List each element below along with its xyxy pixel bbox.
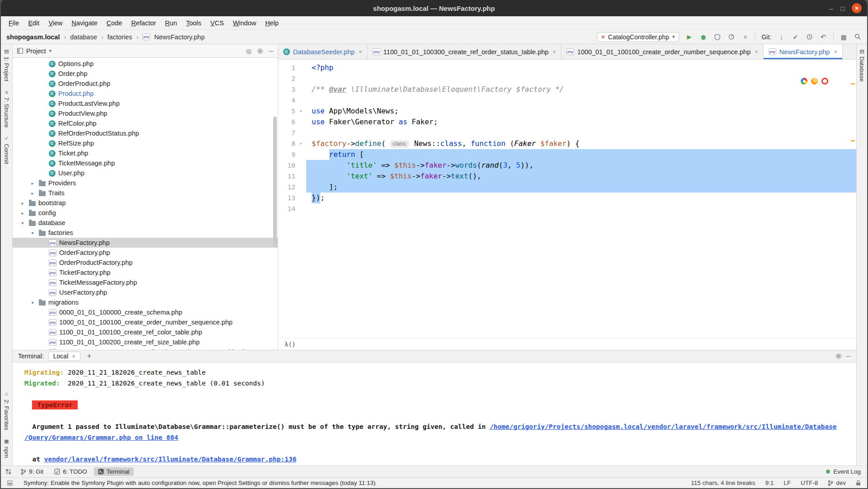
menu-vcs[interactable]: VCS [206,18,228,28]
tree-item[interactable]: COrder.php [13,69,278,79]
tree-item[interactable]: CTicketMessage.php [13,158,278,168]
tree-item[interactable]: CTicket.php [13,148,278,158]
line-number[interactable]: 4 [278,95,295,106]
tree-item[interactable]: ▾factories [13,228,278,238]
close-tab-icon[interactable]: × [553,48,556,55]
menu-file[interactable]: File [5,18,23,28]
tree-item[interactable]: ▾migrations [13,297,278,307]
breadcrumb-item[interactable]: factories [107,33,132,41]
git-branch-widget[interactable]: dev [828,480,846,486]
editor-tab[interactable]: CDatabaseSeeder.php× [278,44,368,59]
stop-button[interactable]: ■ [741,33,749,41]
chrome-icon[interactable] [801,78,807,85]
line-number[interactable]: 10 [278,160,295,171]
line-number[interactable]: 6 [278,117,295,127]
line-number[interactable]: 13 [278,193,295,203]
revert-button[interactable]: ↶ [819,33,827,41]
tree-item[interactable]: php1100_01_01_100100_create_ref_color_ta… [13,327,278,337]
tree-item[interactable]: php1100_01_01_100200_create_ref_size_tab… [13,337,278,347]
tool-window-switcher-icon[interactable] [5,469,11,475]
search-button[interactable] [854,33,862,41]
tool-stripe-button-database[interactable]: ▤Database [859,44,865,86]
line-number[interactable]: 1 [278,62,295,73]
grid-button[interactable]: ▦ [840,33,848,41]
profiler-button[interactable] [727,33,735,41]
new-terminal-button[interactable]: + [85,352,93,360]
line-number[interactable]: 8 [278,138,295,149]
code-line[interactable]: 2 [278,73,856,84]
close-tab-icon[interactable]: × [359,48,362,55]
terminal-output[interactable]: Migrating: 2020_11_21_182026_create_news… [13,362,856,465]
tree-item[interactable]: CProductLastView.php [13,99,278,108]
line-number[interactable]: 7 [278,127,295,138]
line-number[interactable]: 9 [278,149,295,160]
warning-stripe-mark[interactable] [851,140,855,141]
lock-icon[interactable] [856,480,861,486]
tree-item[interactable]: phpNewsFactory.php [13,238,278,248]
line-number[interactable]: 5 [278,106,295,117]
tree-expand-icon[interactable]: ▾ [29,300,36,305]
code-line[interactable]: 5▾use App\Models\News; [278,106,856,117]
breadcrumb-item[interactable]: NewsFactory.php [154,33,205,41]
encoding[interactable]: UTF-8 [801,480,818,486]
close-tab-icon[interactable]: × [755,48,758,55]
line-number[interactable]: 2 [278,73,295,84]
tree-expand-icon[interactable]: ▾ [19,221,26,226]
tree-item[interactable]: COrderProduct.php [13,79,278,89]
code-line[interactable]: 6use Faker\Generator as Faker; [278,117,856,127]
breadcrumb-lambda[interactable]: λ() [285,341,295,348]
run-button[interactable]: ▶ [685,33,693,41]
tree-item[interactable]: phpTicketMessageFactory.php [13,277,278,287]
caret-position[interactable]: 9:1 [765,480,774,486]
code-line[interactable]: 11 'text' => $this->faker->text(), [278,171,856,182]
tree-item[interactable]: php1100_01_01_100300_create_ref_order_pr… [13,347,278,350]
close-tab-icon[interactable]: × [834,48,837,55]
line-number[interactable]: 12 [278,182,295,193]
tree-item[interactable]: phpUserFactory.php [13,287,278,297]
code-line[interactable]: 7 [278,127,856,138]
menu-navigate[interactable]: Navigate [68,18,102,28]
tree-item[interactable]: ▾database [13,218,278,228]
menu-refactor[interactable]: Refactor [127,18,160,28]
tree-collapse-icon[interactable]: ▸ [29,191,36,196]
tree-item[interactable]: php1000_01_01_100100_create_order_number… [13,317,278,327]
debug-button[interactable] [699,33,707,41]
fold-marker-icon[interactable]: ▾ [295,138,306,149]
editor-tab[interactable]: php1100_01_01_100300_create_ref_order_st… [368,44,561,59]
tree-item[interactable]: CRefColor.php [13,118,278,128]
tree-item[interactable]: phpOrderProductFactory.php [13,258,278,268]
terminal-hide-button[interactable]: ─ [846,353,851,360]
opera-icon[interactable] [821,78,828,85]
terminal-tab-local[interactable]: Local × [48,352,80,361]
editor-tab[interactable]: php1000_01_01_100100_create_order_number… [561,44,763,59]
tree-item[interactable]: php0000_01_01_100000_create_schema.php [13,307,278,317]
tree-collapse-icon[interactable]: ▸ [19,211,26,216]
tree-collapse-icon[interactable]: ▸ [19,201,26,206]
hide-panel-button[interactable]: ─ [269,47,273,55]
tool-stripe-button-npm[interactable]: ▦npm [3,434,10,462]
code-line[interactable]: 12 ]; [278,182,856,193]
code-line[interactable]: 1<?php [278,62,856,73]
code-line[interactable]: 10 'title' => $this->faker->words(rand(3… [278,160,856,171]
code-editor[interactable]: 1<?php23/** @var \Illuminate\Database\El… [278,60,856,338]
breadcrumb-item[interactable]: database [70,33,97,41]
update-button[interactable]: ↓ [777,33,785,41]
code-line[interactable]: 13}); [278,193,856,203]
tree-expand-icon[interactable]: ▾ [29,230,36,235]
minimize-button[interactable]: – [830,5,833,12]
terminal-link[interactable]: /Query/Grammars/Grammar.php on line 884 [24,434,178,441]
toolwindow-button-terminal[interactable]: Terminal [94,467,134,476]
tool-stripe-button-commit[interactable]: ✓Commit [3,132,10,168]
settings-gear-button[interactable] [257,48,263,54]
code-line[interactable]: 8▾$factory->define( class: News::class, … [278,138,856,149]
code-line[interactable]: 3/** @var \Illuminate\Database\Eloquent\… [278,84,856,95]
commit-button[interactable]: ✓ [791,33,799,41]
menu-tools[interactable]: Tools [182,18,205,28]
code-line[interactable]: 4 [278,95,856,106]
tree-item[interactable]: ▸Providers [13,178,278,188]
tree-item[interactable]: CRefOrderProductStatus.php [13,128,278,138]
menu-run[interactable]: Run [161,18,181,28]
tree-item[interactable]: ▸bootstrap [13,198,278,208]
line-separator[interactable]: LF [784,480,791,486]
editor-tab[interactable]: phpNewsFactory.php× [764,44,843,59]
